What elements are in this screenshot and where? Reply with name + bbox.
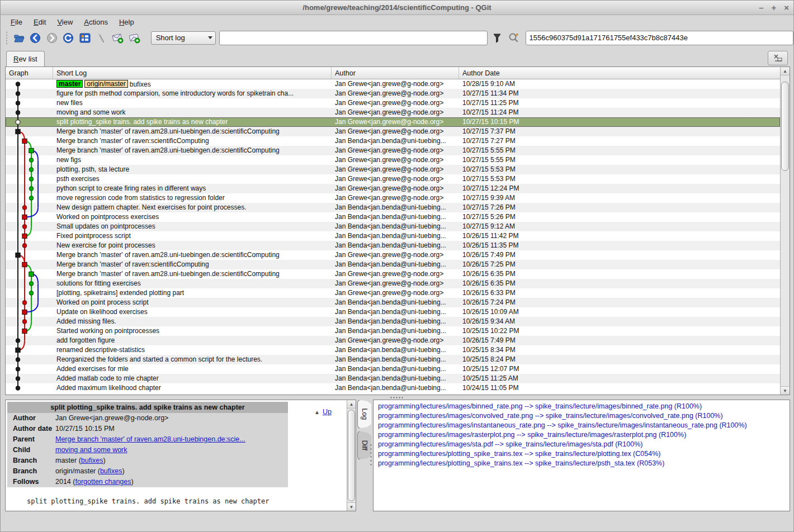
close-tab-button[interactable]	[768, 51, 788, 65]
author-date-cell: 10/27/15 5:55 PM	[459, 146, 780, 155]
commit-row[interactable]: Reorganized the folders and started a co…	[6, 355, 780, 364]
refresh-button[interactable]	[62, 31, 76, 45]
commit-row[interactable]: New exercise for point processes Jan Ben…	[6, 241, 780, 250]
title-bar[interactable]: /home/grewe/teaching/2014/scientificComp…	[1, 1, 793, 15]
commit-row[interactable]: Added maximum likelihood chapter Jan Ben…	[6, 383, 780, 393]
author-cell: Jan Benda<jan.benda@uni-tuebing...	[332, 374, 459, 383]
commit-row[interactable]: Small updates on pointprocesses Jan Bend…	[6, 222, 780, 231]
view-button[interactable]	[78, 31, 92, 45]
commit-row[interactable]: renamed descriptive-statistics Jan Benda…	[6, 345, 780, 355]
detail-link[interactable]: moving and some work	[55, 446, 127, 454]
details-scroll-down-icon[interactable]: ▼	[347, 502, 356, 511]
commit-row[interactable]: Started working on pointprocesses Jan Be…	[6, 326, 780, 336]
maximize-button[interactable]: +	[771, 1, 776, 15]
tab-log[interactable]: Log	[357, 400, 371, 429]
commit-row[interactable]: Merge branch 'master' of raven.am28.uni-…	[6, 146, 780, 155]
commit-row[interactable]: add forgotten figure Jan Grewe<jan.grewe…	[6, 336, 780, 345]
tab-diff[interactable]: Diff	[357, 431, 371, 460]
detail-link[interactable]: bufixes	[100, 467, 122, 475]
toolbar-handle[interactable]	[5, 31, 8, 45]
commit-row[interactable]: [plotting, spiketrains] extended plottin…	[6, 288, 780, 298]
details-scrollbar-thumb[interactable]	[348, 410, 355, 501]
scrollbar-thumb[interactable]	[781, 82, 789, 171]
commit-row[interactable]: psth exercises Jan Grewe<jan.grewe@g-nod…	[6, 174, 780, 184]
menu-actions[interactable]: Actions	[78, 17, 114, 27]
filter-button[interactable]	[490, 31, 504, 45]
renamed-file-entry[interactable]: programming/lectures/images/binned_rate.…	[378, 402, 790, 411]
save-patch-button[interactable]	[111, 31, 125, 45]
renamed-file-entry[interactable]: programming/lectures/images/rasterplot.p…	[378, 430, 790, 440]
detail-link[interactable]: bufixes	[81, 457, 103, 464]
renamed-file-entry[interactable]: programming/lectures/plotting_spike_trai…	[378, 459, 790, 468]
commit-row[interactable]: Worked on pointprocess exercises Jan Ben…	[6, 212, 780, 222]
log-view-select[interactable]: Short log	[151, 31, 216, 45]
commit-row[interactable]: masterorigin/masterbufixes Jan Grewe<jan…	[6, 79, 780, 89]
commit-row[interactable]: Merge branch 'master' of raven:scientifi…	[6, 260, 780, 269]
horizontal-splitter[interactable]	[1, 395, 793, 400]
renamed-file-entry[interactable]: programming/lectures/plotting_spike_trai…	[378, 449, 790, 459]
commit-row[interactable]: solutions for fitting exercises Jan Grew…	[6, 279, 780, 288]
wand-button[interactable]	[94, 31, 109, 45]
short-log-cell: Reorganized the folders and started a co…	[53, 355, 332, 364]
column-header-short-log[interactable]: Short Log	[53, 67, 332, 79]
author-date-cell: 10/27/15 5:26 PM	[459, 212, 780, 222]
short-log-cell: move regression code from statistics to …	[53, 193, 332, 203]
back-button[interactable]	[29, 31, 43, 45]
commit-row[interactable]: new figs Jan Grewe<jan.grewe@g-node.org>…	[6, 155, 780, 165]
sha-input[interactable]	[526, 31, 794, 45]
renamed-file-entry[interactable]: programming/lectures/images/convolved_ra…	[378, 411, 790, 421]
commit-row[interactable]: New design pattern chapter. Next exercis…	[6, 203, 780, 212]
commit-row[interactable]: new files Jan Grewe<jan.grewe@g-node.org…	[6, 98, 780, 108]
tab-rev-list[interactable]: Rev list	[6, 51, 45, 66]
rev-list-scrollbar[interactable]: ▲ ▼	[780, 67, 790, 395]
menu-edit[interactable]: Edit	[28, 17, 51, 27]
column-header-author[interactable]: Author	[332, 67, 459, 79]
detail-row: Branchmaster (bufixes)	[7, 455, 288, 466]
close-button[interactable]: ×	[784, 1, 789, 15]
graph-cell	[6, 193, 53, 203]
commit-row[interactable]: Merge branch 'master' of raven.am28.uni-…	[6, 250, 780, 260]
commit-row[interactable]: Added exercises for mle Jan Benda<jan.be…	[6, 364, 780, 374]
short-log-cell: Small updates on pointprocesses	[53, 222, 332, 231]
commit-row[interactable]: plotting, psth, sta lecture Jan Grewe<ja…	[6, 165, 780, 174]
short-log-cell: add forgotten figure	[53, 336, 332, 345]
commit-row[interactable]: moving and some work Jan Grewe<jan.grewe…	[6, 108, 780, 117]
commit-row[interactable]: Added matlab code to mle chapter Jan Ben…	[6, 374, 780, 383]
magic-wand-icon	[97, 32, 107, 44]
scroll-up-icon[interactable]: ▲	[781, 67, 790, 75]
menu-view[interactable]: View	[51, 17, 78, 27]
author-cell: Jan Benda<jan.benda@uni-tuebing...	[332, 260, 459, 269]
minimize-button[interactable]: –	[759, 1, 763, 15]
forward-button[interactable]	[45, 31, 59, 45]
renamed-file-entry[interactable]: programming/lectures/images/instantaneou…	[378, 421, 790, 430]
menu-help[interactable]: Help	[114, 17, 140, 27]
commit-row[interactable]: Fixed pointprocess script Jan Benda<jan.…	[6, 231, 780, 241]
filter-input[interactable]	[219, 31, 488, 45]
author-cell: Jan Benda<jan.benda@uni-tuebing...	[332, 383, 459, 393]
vertical-splitter-handle[interactable]	[370, 443, 372, 467]
menu-file[interactable]: File	[5, 17, 28, 27]
column-header-graph[interactable]: Graph	[6, 67, 53, 79]
up-navigation[interactable]: ▲ Up	[314, 408, 332, 416]
details-scroll-up-icon[interactable]: ▲	[347, 400, 356, 408]
up-link[interactable]: Up	[323, 408, 332, 416]
commit-row[interactable]: Update on likelihood exercises Jan Benda…	[6, 307, 780, 317]
commit-row[interactable]: move regression code from statistics to …	[6, 193, 780, 203]
column-header-author-date[interactable]: Author Date	[459, 67, 790, 79]
commit-row[interactable]: Merge branch 'master' of raven.am28.uni-…	[6, 269, 780, 279]
scroll-down-icon[interactable]: ▼	[781, 386, 790, 395]
details-scrollbar[interactable]: ▲ ▼	[347, 400, 356, 511]
commit-row[interactable]: Merge branch 'master' of raven:scientifi…	[6, 136, 780, 146]
commit-row[interactable]: Worked on point process script Jan Benda…	[6, 298, 780, 307]
commit-row[interactable]: figure for psth method comparsion, some …	[6, 89, 780, 98]
commit-row[interactable]: python script to create firing rates in …	[6, 184, 780, 193]
open-repo-button[interactable]	[12, 31, 26, 45]
commit-row[interactable]: Merge branch 'master' of raven.am28.uni-…	[6, 127, 780, 136]
highlight-search-button[interactable]	[507, 31, 521, 45]
detail-link[interactable]: Merge branch 'master' of raven.am28.uni-…	[55, 435, 245, 443]
commit-row[interactable]: Added missing files. Jan Benda<jan.benda…	[6, 317, 780, 326]
commit-row[interactable]: split plotting_spike trains. add spike t…	[6, 117, 780, 127]
apply-patch-button[interactable]	[127, 31, 142, 45]
detail-link[interactable]: forgotten changes	[75, 478, 131, 486]
renamed-file-entry[interactable]: programming/lectures/images/sta.pdf --> …	[378, 440, 790, 449]
